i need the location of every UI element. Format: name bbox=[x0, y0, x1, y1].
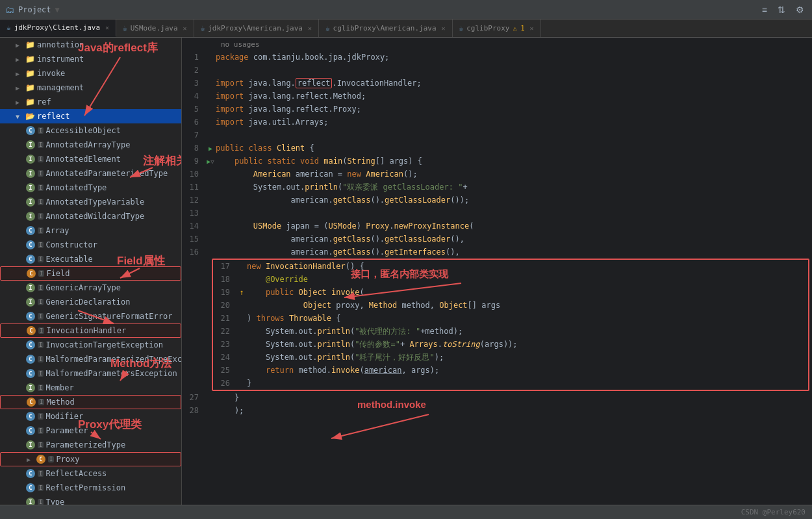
item-modifier: I bbox=[38, 385, 44, 391]
class-icon: I bbox=[26, 283, 35, 292]
item-label: Method bbox=[46, 398, 74, 407]
class-icon: C bbox=[26, 126, 35, 135]
tree-item-annotatedelement[interactable]: I I AnnotatedElement bbox=[0, 152, 181, 166]
class-icon: C bbox=[36, 455, 45, 464]
tree-item-instrument[interactable]: ▶ 📁 instrument bbox=[0, 52, 181, 66]
tab-close-icon-5[interactable]: ✕ bbox=[530, 25, 534, 32]
class-icon: C bbox=[27, 326, 36, 335]
tree-item-annotation[interactable]: ▶ 📁 annotation bbox=[0, 38, 181, 52]
class-icon: C bbox=[26, 369, 35, 378]
code-line-5: 5 import java.lang.reflect.Proxy; bbox=[182, 103, 812, 116]
code-line-7: 7 bbox=[182, 129, 812, 142]
tree-item-field[interactable]: C I Field bbox=[0, 266, 181, 281]
tree-item-reflectaccess[interactable]: C I ReflectAccess bbox=[0, 466, 181, 481]
class-icon: I bbox=[26, 297, 35, 307]
class-icon: C bbox=[26, 355, 35, 364]
tree-item-annotatedparameterizedtype[interactable]: I I AnnotatedParameterizedType bbox=[0, 166, 181, 181]
tree-item-accessible[interactable]: C I AccessibleObject bbox=[0, 123, 181, 138]
item-label: GenericArrayType bbox=[45, 283, 121, 292]
item-label: ParameterizedType bbox=[45, 440, 125, 449]
class-icon: C bbox=[26, 226, 35, 235]
tab-close-icon-4[interactable]: ✕ bbox=[442, 25, 446, 32]
tree-item-management[interactable]: ▶ 📁 management bbox=[0, 81, 181, 95]
class-icon: C bbox=[26, 255, 35, 264]
code-line-6: 6 import java.util.Arrays; bbox=[182, 116, 812, 129]
tree-item-parameterizedtype[interactable]: I I ParameterizedType bbox=[0, 438, 181, 452]
tab-java-icon-3: ☕ bbox=[201, 24, 205, 32]
item-label: Executable bbox=[45, 255, 92, 264]
code-line-2: 2 bbox=[182, 64, 812, 77]
item-modifier: I bbox=[38, 127, 44, 134]
item-modifier: I bbox=[38, 485, 44, 491]
tree-item-reflectpermission[interactable]: C I ReflectPermission bbox=[0, 481, 181, 495]
tree-item-annotatedwildcardtype[interactable]: I I AnnotatedWildcardType bbox=[0, 209, 181, 223]
class-icon: C bbox=[26, 340, 35, 349]
tree-item-genericarraytype[interactable]: I I GenericArrayType bbox=[0, 281, 181, 295]
item-label: reflect bbox=[37, 112, 70, 121]
item-modifier: I bbox=[38, 370, 44, 377]
tree-item-annotatedarraytype[interactable]: I I AnnotatedArrayType bbox=[0, 138, 181, 152]
tree-item-annotatedtypevariable[interactable]: I I AnnotatedTypeVariable bbox=[0, 195, 181, 209]
tree-item-member[interactable]: I I Member bbox=[0, 381, 181, 395]
class-icon: C bbox=[26, 412, 35, 421]
folder-icon: 📂 bbox=[25, 112, 35, 121]
item-modifier: I bbox=[38, 499, 44, 505]
item-modifier: I bbox=[48, 456, 54, 462]
class-icon: C bbox=[27, 398, 36, 407]
item-modifier: I bbox=[38, 170, 44, 177]
item-label: AnnotatedArrayType bbox=[45, 140, 130, 149]
tree-item-genericdeclaration[interactable]: I I GenericDeclaration bbox=[0, 295, 181, 309]
class-icon: I bbox=[26, 498, 35, 505]
tab-label-5: cglibProxy bbox=[466, 24, 509, 32]
tree-item-invocationtargetexception[interactable]: C I InvocationTargetException bbox=[0, 338, 181, 352]
structure-btn[interactable]: ≡ bbox=[759, 3, 770, 16]
dropdown-icon[interactable]: ▼ bbox=[55, 5, 60, 14]
item-label: Member bbox=[45, 383, 73, 392]
item-label: MalformedParameterizedTypeException bbox=[45, 355, 182, 364]
tree-item-type[interactable]: I I Type bbox=[0, 495, 181, 505]
tree-item-modifier[interactable]: C I Modifier bbox=[0, 409, 181, 424]
settings-btn[interactable]: ⚙ bbox=[793, 3, 807, 16]
tree-item-parameter[interactable]: C I Parameter bbox=[0, 424, 181, 438]
item-modifier: I bbox=[38, 227, 44, 234]
item-label: AccessibleObject bbox=[45, 126, 121, 135]
item-modifier: I bbox=[38, 184, 44, 191]
item-modifier: I bbox=[38, 142, 44, 148]
sort-btn[interactable]: ⇅ bbox=[775, 3, 788, 16]
item-label: AnnotatedWildcardType bbox=[45, 212, 144, 221]
tab-cglib-proxy[interactable]: ☕ cglibProxy ⚠ 1 ✕ bbox=[453, 19, 541, 37]
tab-warning-icon: ⚠ 1 bbox=[513, 25, 524, 32]
tree-item-invocationhandler[interactable]: C I InvocationHandler bbox=[0, 323, 181, 338]
tree-item-genericsigformerr[interactable]: C I GenericSignatureFormatError bbox=[0, 309, 181, 323]
tab-close-icon-3[interactable]: ✕ bbox=[308, 25, 312, 32]
tab-close-icon-2[interactable]: ✕ bbox=[183, 25, 187, 32]
tab-close-icon[interactable]: ✕ bbox=[105, 24, 109, 31]
tree-item-constructor[interactable]: C I Constructor bbox=[0, 238, 181, 252]
class-icon: I bbox=[26, 183, 35, 192]
code-line-25: 25 return method.invoke(american, args); bbox=[213, 364, 808, 377]
item-modifier: I bbox=[38, 213, 44, 220]
tab-american-jdk[interactable]: ☕ jdkProxy\American.java ✕ bbox=[194, 19, 319, 37]
tree-item-reflect[interactable]: ▼ 📂 reflect bbox=[0, 109, 181, 123]
class-icon: I bbox=[26, 169, 35, 178]
tree-item-method[interactable]: C I Method bbox=[0, 395, 181, 409]
code-line-22: 22 System.out.println("被代理的方法: "+method)… bbox=[213, 325, 808, 338]
tree-item-malformedparametersexception[interactable]: C I MalformedParametersException bbox=[0, 366, 181, 381]
item-modifier: I bbox=[38, 299, 44, 305]
tree-item-invoke[interactable]: ▶ 📁 invoke bbox=[0, 66, 181, 81]
tree-item-executable[interactable]: C I Executable bbox=[0, 252, 181, 266]
code-line-16: 16 american.getClass().getInterfaces(), bbox=[182, 246, 812, 259]
code-line-1: 1 package com.tianju.book.jpa.jdkProxy; bbox=[182, 51, 812, 64]
arrow-icon-proxy: ▶ bbox=[27, 456, 34, 463]
item-label: instrument bbox=[37, 55, 84, 64]
no-usages-hint: no usages bbox=[221, 40, 260, 49]
tree-item-array[interactable]: C I Array bbox=[0, 223, 181, 238]
tree-item-proxy[interactable]: ▶ C I Proxy bbox=[0, 452, 181, 466]
tab-american-cglib[interactable]: ☕ cglibProxy\American.java ✕ bbox=[319, 19, 453, 37]
status-bar: CSDN @Perley620 bbox=[0, 505, 812, 519]
tab-usmode-java[interactable]: ☕ USMode.java ✕ bbox=[116, 19, 194, 37]
tree-item-malformedparameterizedtype[interactable]: C I MalformedParameterizedTypeException bbox=[0, 352, 181, 366]
tab-client-java[interactable]: ☕ jdkProxy\Client.java ✕ bbox=[0, 19, 116, 37]
tree-item-annotatedtype[interactable]: I I AnnotatedType bbox=[0, 181, 181, 195]
tree-item-ref[interactable]: ▶ 📁 ref bbox=[0, 95, 181, 109]
